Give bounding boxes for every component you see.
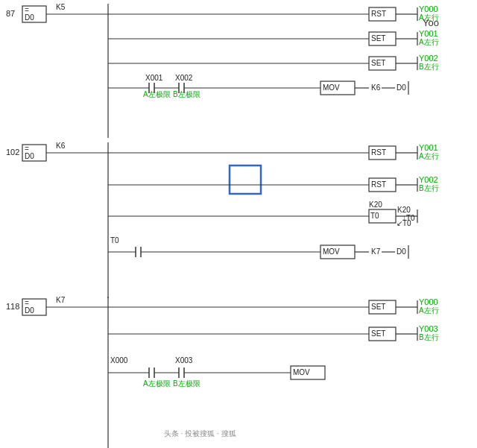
y000-118-label: Y000 — [419, 297, 438, 306]
y002-102-label: Y002 — [419, 175, 438, 184]
k7-label: K7 — [56, 296, 66, 304]
rst-label-102-1: RST — [371, 148, 386, 157]
x000-label: X000 — [110, 356, 128, 365]
k5-label: K5 — [56, 3, 66, 11]
x002-label: X002 — [175, 74, 193, 82]
t0-contact-label: T0 — [110, 236, 119, 244]
set-label-87-2: SET — [371, 34, 385, 42]
y000-label: Y000 — [419, 4, 438, 13]
watermark-text: 头条 · 投被搜狐 · 搜狐 — [164, 429, 236, 438]
set-label-118-2: SET — [371, 329, 385, 338]
mov-k6: K6 — [371, 83, 381, 92]
mov-d0-87: D0 — [397, 83, 406, 92]
y001-label: Y001 — [419, 29, 438, 38]
y002-sublabel: B左行 — [419, 63, 439, 71]
t0-coil: ↙T0 — [397, 219, 411, 227]
k20-above: K20 — [369, 201, 382, 209]
rst-label-102-2: RST — [371, 180, 386, 189]
k20-label: K20 — [397, 206, 411, 214]
yoo-label: Yoo — [423, 17, 439, 28]
x000-sublabel: A左极限 — [143, 379, 171, 388]
mov-d0-102: D0 — [397, 247, 406, 256]
mov-label-118: MOV — [293, 368, 310, 376]
y003-label: Y003 — [419, 324, 438, 333]
set-label-87-3: SET — [371, 59, 385, 67]
set-label-118-1: SET — [371, 303, 385, 311]
mov-label-87: MOV — [323, 83, 340, 92]
mov-label-102: MOV — [323, 247, 340, 256]
op1-102: D0 — [25, 152, 34, 160]
line-102: 102 — [6, 148, 19, 157]
y002-102-sublabel: B左行 — [419, 184, 439, 192]
y000-118-sublabel: A左行 — [419, 306, 439, 315]
x002-sublabel: B左极限 — [173, 90, 200, 98]
ladder-svg: text { font-family: Arial, sans-serif; }… — [0, 0, 477, 448]
y003-sublabel: B左行 — [419, 333, 439, 341]
line-87: 87 — [6, 9, 15, 18]
x003-label: X003 — [175, 356, 193, 365]
op1-87: D0 — [25, 13, 34, 22]
y002-label: Y002 — [419, 54, 438, 63]
ladder-diagram: text { font-family: Arial, sans-serif; }… — [0, 0, 477, 448]
x003-sublabel: B左极限 — [173, 379, 200, 388]
line-118: 118 — [6, 302, 19, 311]
op1-118: D0 — [25, 306, 34, 315]
y001-102-label: Y001 — [419, 143, 438, 152]
k6-label: K6 — [56, 142, 66, 150]
x001-label: X001 — [145, 74, 163, 82]
y001-102-sublabel: A左行 — [419, 152, 439, 160]
rst-label-87-1: RST — [371, 10, 386, 18]
y001-sublabel: A左行 — [419, 38, 439, 46]
svg-rect-29 — [230, 165, 261, 194]
t0-box-label: T0 — [370, 212, 379, 220]
mov-k7: K7 — [371, 247, 381, 256]
x001-sublabel: A左极限 — [143, 90, 171, 98]
